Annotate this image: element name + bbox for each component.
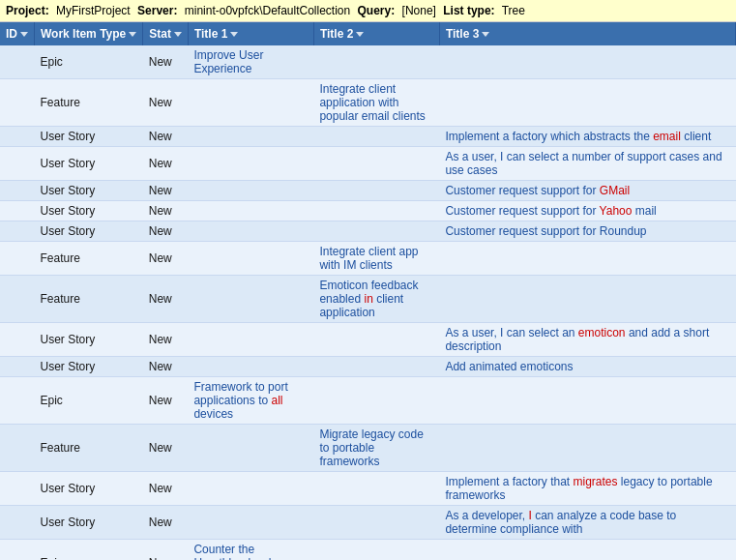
top-bar: Project: MyFirstProject Server: minint-o…: [0, 0, 736, 22]
cell-type: Epic: [35, 377, 143, 425]
cell-status: New: [143, 127, 189, 147]
cell-title2: [313, 201, 439, 221]
col-header-status[interactable]: Stat: [143, 22, 189, 45]
col-header-title2[interactable]: Title 2: [313, 22, 439, 45]
cell-id: [0, 276, 35, 323]
cell-type: Feature: [35, 276, 143, 323]
cell-status: New: [143, 221, 189, 242]
cell-type: User Story: [35, 323, 143, 357]
cell-type: User Story: [35, 201, 143, 221]
project-label: Project:: [6, 4, 49, 17]
cell-title3: As a user, I can select an emoticon and …: [439, 323, 735, 357]
table-row: FeatureNewMigrate legacy code to portabl…: [0, 425, 736, 472]
cell-title1: [188, 323, 313, 357]
cell-title3: [439, 276, 735, 323]
cell-title3: Customer request support for Yahoo mail: [439, 201, 735, 221]
cell-title2: [313, 540, 439, 561]
cell-status: New: [143, 147, 189, 181]
cell-title1: Framework to port applications to all de…: [188, 377, 313, 425]
cell-type: User Story: [35, 506, 143, 540]
cell-title2: [313, 127, 439, 147]
cell-title1: [188, 181, 313, 201]
cell-title3: Implement a factory that migrates legacy…: [439, 472, 735, 506]
table-row: User StoryNewCustomer request support fo…: [0, 181, 736, 201]
table-row: FeatureNewIntegrate client application w…: [0, 79, 736, 127]
cell-id: [0, 377, 35, 425]
cell-status: New: [143, 357, 189, 377]
cell-title3: As a developer, I can analyze a code bas…: [439, 506, 735, 540]
cell-id: [0, 506, 35, 540]
listtype-label: List type:: [443, 4, 494, 17]
cell-status: New: [143, 472, 189, 506]
cell-status: New: [143, 201, 189, 221]
table-row: EpicNewCounter the Heartbleed web securi…: [0, 540, 736, 561]
cell-title1: [188, 472, 313, 506]
query-label: Query:: [358, 4, 396, 17]
cell-title1: [188, 201, 313, 221]
table-row: User StoryNewCustomer request support fo…: [0, 221, 736, 242]
col-header-id[interactable]: ID: [0, 22, 35, 45]
table-row: User StoryNewAs a user, I can select an …: [0, 323, 736, 357]
cell-status: New: [143, 540, 189, 561]
cell-title2: [313, 506, 439, 540]
table-row: User StoryNewAdd animated emoticons: [0, 357, 736, 377]
table-row: User StoryNewImplement a factory that mi…: [0, 472, 736, 506]
cell-status: New: [143, 276, 189, 323]
cell-id: [0, 242, 35, 276]
cell-title3: Add animated emoticons: [439, 357, 735, 377]
table-row: User StoryNewAs a developer, I can analy…: [0, 506, 736, 540]
cell-status: New: [143, 242, 189, 276]
cell-title2: Migrate legacy code to portable framewor…: [313, 425, 439, 472]
cell-type: User Story: [35, 221, 143, 242]
cell-title1: [188, 276, 313, 323]
cell-title3: [439, 242, 735, 276]
cell-title1: [188, 147, 313, 181]
cell-type: User Story: [35, 127, 143, 147]
work-items-table: ID Work Item Type Stat Title 1 Title 2 T…: [0, 22, 736, 560]
cell-title2: [313, 472, 439, 506]
cell-title2: [313, 45, 439, 79]
server-label: Server:: [137, 4, 177, 17]
cell-title1: [188, 506, 313, 540]
cell-id: [0, 540, 35, 561]
col-header-workitemtype[interactable]: Work Item Type: [35, 22, 143, 45]
cell-title3: [439, 45, 735, 79]
cell-title3: [439, 79, 735, 127]
col-header-title1[interactable]: Title 1: [188, 22, 313, 45]
cell-status: New: [143, 425, 189, 472]
cell-type: User Story: [35, 147, 143, 181]
cell-title2: [313, 323, 439, 357]
cell-status: New: [143, 79, 189, 127]
cell-id: [0, 127, 35, 147]
cell-title2: [313, 181, 439, 201]
cell-title3: [439, 425, 735, 472]
server-value: minint-o0vpfck\DefaultCollection: [185, 4, 350, 17]
cell-title1: [188, 357, 313, 377]
cell-id: [0, 45, 35, 79]
cell-id: [0, 201, 35, 221]
query-value: [None]: [402, 4, 436, 17]
col-header-title3[interactable]: Title 3: [439, 22, 735, 45]
cell-type: User Story: [35, 357, 143, 377]
cell-type: Epic: [35, 540, 143, 561]
table-row: FeatureNewIntegrate client app with IM c…: [0, 242, 736, 276]
cell-type: User Story: [35, 181, 143, 201]
table-row: User StoryNewCustomer request support fo…: [0, 201, 736, 221]
cell-title2: Integrate client application with popula…: [313, 79, 439, 127]
cell-type: Epic: [35, 45, 143, 79]
table-row: EpicNewImprove User Experience: [0, 45, 736, 79]
cell-title3: As a user, I can select a number of supp…: [439, 147, 735, 181]
cell-id: [0, 181, 35, 201]
cell-title3: Customer request support for GMail: [439, 181, 735, 201]
table-row: User StoryNewImplement a factory which a…: [0, 127, 736, 147]
cell-type: User Story: [35, 472, 143, 506]
cell-status: New: [143, 506, 189, 540]
cell-title2: Emoticon feedback enabled in client appl…: [313, 276, 439, 323]
cell-status: New: [143, 323, 189, 357]
cell-title2: [313, 147, 439, 181]
table-row: FeatureNewEmoticon feedback enabled in c…: [0, 276, 736, 323]
cell-type: Feature: [35, 242, 143, 276]
cell-title2: [313, 377, 439, 425]
cell-id: [0, 425, 35, 472]
listtype-value: Tree: [502, 4, 525, 17]
